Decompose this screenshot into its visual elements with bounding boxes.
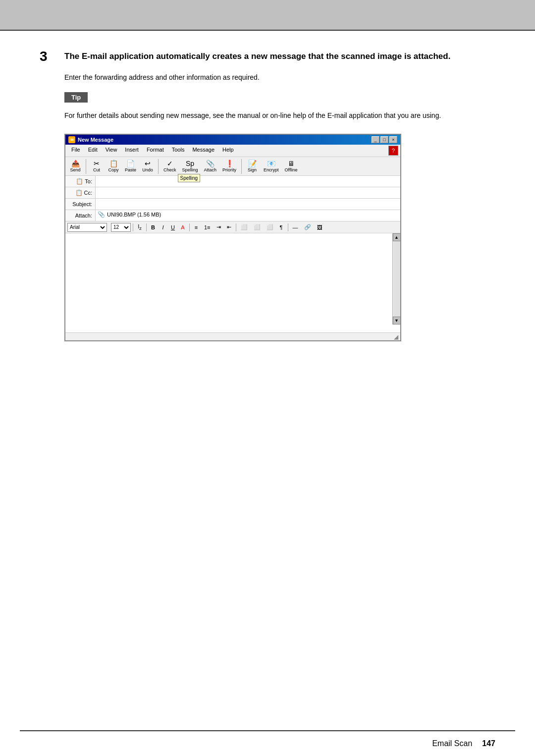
undo-button[interactable]: ↩ Undo xyxy=(140,159,156,174)
restore-button[interactable]: □ xyxy=(380,136,388,143)
paste-button[interactable]: 📄 Paste xyxy=(122,159,139,174)
bottom-section: Email Scan 147 xyxy=(0,730,535,756)
font-color-button[interactable]: A xyxy=(178,223,187,231)
font-size-select[interactable]: 12 xyxy=(111,223,131,232)
fmt-sep-4 xyxy=(236,223,236,231)
menu-format[interactable]: Format xyxy=(143,146,168,156)
close-button[interactable]: × xyxy=(389,136,397,143)
undo-icon: ↩ xyxy=(145,160,151,167)
send-button[interactable]: 📤 Send xyxy=(67,159,83,174)
form-area: 📋 To: 📋 Cc: Subject: xyxy=(65,176,400,221)
attach-row: Attach: 📎 UNI90.BMP (1.56 MB) xyxy=(65,210,400,221)
title-bar-controls: _ □ × xyxy=(372,136,397,143)
attach-filename: UNI90.BMP (1.56 MB) xyxy=(107,212,161,217)
cc-row: 📋 Cc: xyxy=(65,187,400,199)
scrollbar[interactable]: ▲ ▼ xyxy=(392,233,400,324)
scroll-up-arrow[interactable]: ▲ xyxy=(393,233,401,241)
check-label: Check xyxy=(163,167,176,172)
spelling-button[interactable]: Sp Spelling xyxy=(180,159,201,174)
italic-button[interactable]: I xyxy=(159,223,167,231)
top-bar xyxy=(0,0,535,30)
copy-label: Copy xyxy=(108,167,118,172)
attach-button[interactable]: 📎 Attach xyxy=(202,159,219,174)
subject-row: Subject: xyxy=(65,199,400,210)
to-row: 📋 To: xyxy=(65,176,400,187)
attach-field-value: 📎 UNI90.BMP (1.56 MB) xyxy=(95,210,400,221)
menu-view[interactable]: View xyxy=(102,146,121,156)
paste-icon: 📄 xyxy=(126,160,135,167)
toolbar: 📤 Send ✂ Cut 📋 Copy 📄 Paste ↩ Undo xyxy=(65,157,400,176)
sign-button[interactable]: 📝 Sign xyxy=(244,159,260,174)
copy-button[interactable]: 📋 Copy xyxy=(106,159,121,174)
scroll-down-arrow[interactable]: ▼ xyxy=(393,317,401,324)
subject-input[interactable] xyxy=(95,199,400,210)
fmt-sep-1 xyxy=(133,223,133,231)
encrypt-icon: 📧 xyxy=(267,160,275,167)
encrypt-button[interactable]: 📧 Encrypt xyxy=(261,159,281,174)
priority-button[interactable]: ❗ Priority xyxy=(220,159,239,174)
cc-label: 📋 Cc: xyxy=(65,187,95,198)
attach-icon: 📎 xyxy=(206,160,214,167)
number-list-button[interactable]: 1≡ xyxy=(202,223,213,231)
align-left-button[interactable]: ⬜ xyxy=(238,223,250,231)
check-button[interactable]: ✓ Check xyxy=(161,159,179,174)
toolbar-sep-1 xyxy=(86,159,86,174)
step-description: Enter the forwarding address and other i… xyxy=(64,73,495,81)
insert-link-button[interactable]: 🔗 xyxy=(302,223,314,231)
align-center-button[interactable]: ⬜ xyxy=(251,223,263,231)
tip-description: For further details about sending new me… xyxy=(64,110,495,121)
attach-label: Attach xyxy=(204,167,217,172)
toolbar-sep-2 xyxy=(158,159,159,174)
menu-message[interactable]: Message xyxy=(188,146,218,156)
indent-button[interactable]: ⇥ xyxy=(214,223,223,231)
menu-edit[interactable]: Edit xyxy=(84,146,102,156)
cut-button[interactable]: ✂ Cut xyxy=(89,159,105,174)
sign-label: Sign xyxy=(248,167,257,172)
underline-button[interactable]: U xyxy=(168,223,177,231)
align-right-button[interactable]: ⬜ xyxy=(264,223,276,231)
resize-grip[interactable]: ◢ xyxy=(394,333,398,340)
offline-button[interactable]: 🖥 Offline xyxy=(282,159,300,174)
menu-bar: File Edit View Insert Format Tools Messa… xyxy=(65,145,400,157)
to-label: 📋 To: xyxy=(65,176,95,187)
copy-icon: 📋 xyxy=(109,160,118,167)
toolbar-sep-3 xyxy=(241,159,242,174)
cc-input[interactable] xyxy=(95,187,400,198)
spelling-label: Spelling xyxy=(182,167,198,172)
menu-insert[interactable]: Insert xyxy=(121,146,143,156)
step-number: 3 xyxy=(40,49,64,64)
step-title: The E-mail application automatically cre… xyxy=(64,51,450,62)
page-info: Email Scan 147 xyxy=(432,739,495,748)
offline-icon: 🖥 xyxy=(288,160,295,167)
attach-value: 📎 UNI90.BMP (1.56 MB) xyxy=(98,211,398,218)
menu-tools[interactable]: Tools xyxy=(168,146,189,156)
minimize-button[interactable]: _ xyxy=(372,136,379,143)
menu-help[interactable]: Help xyxy=(218,146,238,156)
page-number: 147 xyxy=(482,739,495,748)
line-button[interactable]: — xyxy=(290,223,301,231)
section-label: Email Scan xyxy=(432,739,472,748)
to-icon: 📋 xyxy=(76,178,83,185)
bold-button[interactable]: B xyxy=(149,223,158,231)
title-bar: ✉ New Message _ □ × xyxy=(65,135,400,145)
scroll-track[interactable] xyxy=(393,241,400,317)
outdent-button[interactable]: ⇤ xyxy=(224,223,234,231)
cut-label: Cut xyxy=(93,167,100,172)
message-body[interactable]: ▲ ▼ xyxy=(65,233,400,332)
font-family-select[interactable]: Arial xyxy=(67,223,107,232)
paste-label: Paste xyxy=(125,167,136,172)
sign-icon: 📝 xyxy=(248,160,257,167)
menu-file[interactable]: File xyxy=(67,146,84,156)
tip-label: Tip xyxy=(64,92,88,103)
paragraph-button[interactable]: ¶ xyxy=(277,223,286,231)
fmt-sep-2 xyxy=(146,223,147,231)
step-header: 3 The E-mail application automatically c… xyxy=(40,51,495,64)
font-size-icon[interactable]: Iz xyxy=(135,222,144,232)
list-button[interactable]: ≡ xyxy=(192,223,201,231)
title-bar-left: ✉ New Message xyxy=(68,136,113,143)
send-label: Send xyxy=(70,167,80,172)
bottom-bar: Email Scan 147 xyxy=(0,731,535,756)
image-button[interactable]: 🖼 xyxy=(315,223,325,231)
help-icon[interactable]: ? xyxy=(388,146,398,156)
to-input[interactable] xyxy=(95,176,400,187)
